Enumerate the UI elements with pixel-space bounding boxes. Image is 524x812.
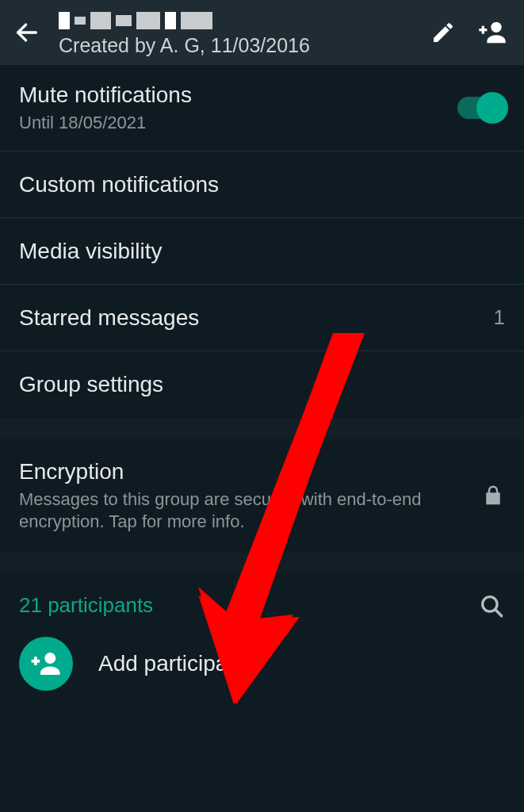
starred-title: Starred messages <box>19 304 478 331</box>
row-custom-notifications[interactable]: Custom notifications <box>0 151 524 218</box>
mute-toggle[interactable] <box>457 97 505 119</box>
encryption-subtitle: Messages to this group are secured with … <box>19 488 431 534</box>
media-visibility-title: Media visibility <box>19 237 505 265</box>
edit-button[interactable] <box>426 15 461 50</box>
add-participants-label: Add participants <box>98 651 258 676</box>
row-media-visibility[interactable]: Media visibility <box>0 218 524 285</box>
row-add-participants[interactable]: Add participants <box>0 626 524 708</box>
svg-rect-3 <box>482 26 484 34</box>
svg-point-1 <box>491 22 501 33</box>
custom-notifications-title: Custom notifications <box>19 170 505 198</box>
row-mute-notifications[interactable]: Mute notifications Until 18/05/2021 <box>0 65 524 151</box>
row-encryption[interactable]: Encryption Messages to this group are se… <box>0 439 524 553</box>
group-settings-title: Group settings <box>19 370 505 398</box>
svg-line-5 <box>495 609 502 615</box>
search-participants-button[interactable] <box>478 592 505 619</box>
svg-point-6 <box>44 653 55 664</box>
group-subtitle: Created by A. G, 11/03/2016 <box>59 34 411 57</box>
starred-count: 1 <box>494 305 505 330</box>
add-person-button[interactable] <box>475 15 510 50</box>
row-group-settings[interactable]: Group settings <box>0 351 524 418</box>
section-gap-2 <box>0 553 524 573</box>
app-bar: Created by A. G, 11/03/2016 <box>0 0 524 65</box>
participants-count: 21 participants <box>19 593 478 618</box>
title-block: Created by A. G, 11/03/2016 <box>59 9 411 57</box>
group-name-pixelated <box>59 9 411 33</box>
participants-header: 21 participants <box>0 573 524 626</box>
section-gap <box>0 418 524 439</box>
svg-rect-8 <box>34 657 37 665</box>
mute-subtitle: Until 18/05/2021 <box>19 112 457 135</box>
mute-title: Mute notifications <box>19 81 457 109</box>
row-starred-messages[interactable]: Starred messages 1 <box>0 285 524 351</box>
lock-icon <box>481 481 505 510</box>
add-participants-fab[interactable] <box>19 637 73 691</box>
encryption-title: Encryption <box>19 458 465 485</box>
back-button[interactable] <box>11 17 43 48</box>
